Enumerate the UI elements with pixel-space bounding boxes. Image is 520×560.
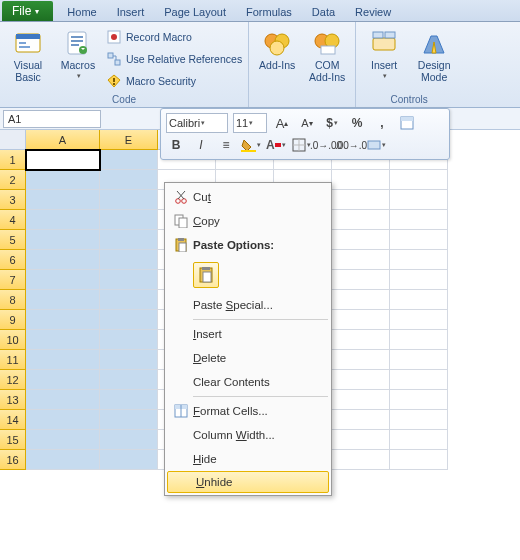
tab-insert[interactable]: Insert bbox=[107, 3, 155, 21]
cell[interactable] bbox=[390, 350, 448, 370]
cell[interactable] bbox=[332, 230, 390, 250]
cell[interactable] bbox=[390, 170, 448, 190]
bold-button[interactable]: B bbox=[166, 135, 186, 155]
visual-basic-button[interactable]: Visual Basic bbox=[6, 25, 50, 83]
cell[interactable] bbox=[332, 430, 390, 450]
font-color-button[interactable]: A▾ bbox=[266, 135, 286, 155]
cell[interactable] bbox=[390, 230, 448, 250]
cell[interactable] bbox=[100, 250, 158, 270]
format-cells-icon-button[interactable] bbox=[397, 113, 417, 133]
cell[interactable] bbox=[390, 450, 448, 470]
cell[interactable] bbox=[26, 430, 100, 450]
menu-paste-option-default[interactable] bbox=[165, 257, 331, 293]
record-macro-button[interactable]: Record Macro bbox=[106, 27, 242, 47]
menu-paste-special[interactable]: Paste Special... bbox=[165, 293, 331, 317]
cell[interactable] bbox=[100, 290, 158, 310]
borders-button[interactable]: ▾ bbox=[291, 135, 311, 155]
cell[interactable] bbox=[26, 350, 100, 370]
cell[interactable] bbox=[26, 290, 100, 310]
cell[interactable] bbox=[26, 230, 100, 250]
row-header-3[interactable]: 3 bbox=[0, 190, 26, 210]
cell[interactable] bbox=[332, 370, 390, 390]
italic-button[interactable]: I bbox=[191, 135, 211, 155]
row-header-15[interactable]: 15 bbox=[0, 430, 26, 450]
cell[interactable] bbox=[26, 410, 100, 430]
cell[interactable] bbox=[332, 250, 390, 270]
cell[interactable] bbox=[26, 270, 100, 290]
menu-copy[interactable]: Copy bbox=[165, 209, 331, 233]
row-header-11[interactable]: 11 bbox=[0, 350, 26, 370]
cell[interactable] bbox=[100, 330, 158, 350]
cell[interactable] bbox=[332, 410, 390, 430]
column-header-E[interactable]: E bbox=[100, 130, 158, 150]
row-header-4[interactable]: 4 bbox=[0, 210, 26, 230]
cell[interactable] bbox=[100, 410, 158, 430]
cell[interactable] bbox=[390, 210, 448, 230]
macros-button[interactable]: Macros ▾ bbox=[56, 25, 100, 80]
cell[interactable] bbox=[390, 290, 448, 310]
cell[interactable] bbox=[100, 150, 158, 170]
font-family-select[interactable]: Calibri▾ bbox=[166, 113, 228, 133]
cell[interactable] bbox=[390, 390, 448, 410]
menu-hide[interactable]: Hide bbox=[165, 447, 331, 471]
row-header-6[interactable]: 6 bbox=[0, 250, 26, 270]
tab-home[interactable]: Home bbox=[57, 3, 106, 21]
cell[interactable] bbox=[332, 270, 390, 290]
com-addins-button[interactable]: COM Add-Ins bbox=[305, 25, 349, 83]
design-mode-button[interactable]: Design Mode bbox=[412, 25, 456, 83]
cell[interactable] bbox=[332, 170, 390, 190]
cell[interactable] bbox=[100, 390, 158, 410]
cell[interactable] bbox=[100, 210, 158, 230]
addins-button[interactable]: Add-Ins bbox=[255, 25, 299, 72]
accounting-format-button[interactable]: $▾ bbox=[322, 113, 342, 133]
cell[interactable] bbox=[390, 250, 448, 270]
cell[interactable] bbox=[332, 210, 390, 230]
increase-font-button[interactable]: A▴ bbox=[272, 113, 292, 133]
cell[interactable] bbox=[332, 310, 390, 330]
cell[interactable] bbox=[26, 450, 100, 470]
select-all-corner[interactable] bbox=[0, 130, 26, 150]
increase-decimal-button[interactable]: .0→.00 bbox=[316, 135, 336, 155]
cell[interactable] bbox=[26, 390, 100, 410]
cell[interactable] bbox=[100, 190, 158, 210]
fill-color-button[interactable]: ▾ bbox=[241, 135, 261, 155]
cell[interactable] bbox=[390, 370, 448, 390]
cell[interactable] bbox=[390, 190, 448, 210]
cell[interactable] bbox=[100, 430, 158, 450]
merge-button[interactable]: ▾ bbox=[366, 135, 386, 155]
row-header-9[interactable]: 9 bbox=[0, 310, 26, 330]
cell[interactable] bbox=[390, 270, 448, 290]
comma-format-button[interactable]: , bbox=[372, 113, 392, 133]
row-header-2[interactable]: 2 bbox=[0, 170, 26, 190]
cell[interactable] bbox=[332, 450, 390, 470]
cell[interactable] bbox=[390, 430, 448, 450]
cell[interactable] bbox=[332, 290, 390, 310]
cell[interactable] bbox=[100, 310, 158, 330]
row-header-7[interactable]: 7 bbox=[0, 270, 26, 290]
name-box[interactable]: A1 bbox=[3, 110, 101, 128]
decrease-decimal-button[interactable]: .00→.0 bbox=[341, 135, 361, 155]
menu-column-width[interactable]: Column Width... bbox=[165, 423, 331, 447]
decrease-font-button[interactable]: A▾ bbox=[297, 113, 317, 133]
cell[interactable] bbox=[332, 330, 390, 350]
cell[interactable] bbox=[390, 410, 448, 430]
row-header-5[interactable]: 5 bbox=[0, 230, 26, 250]
menu-format-cells[interactable]: Format Cells... bbox=[165, 399, 331, 423]
cell[interactable] bbox=[390, 310, 448, 330]
cell[interactable] bbox=[390, 330, 448, 350]
cell[interactable] bbox=[26, 370, 100, 390]
cell[interactable] bbox=[26, 210, 100, 230]
row-header-13[interactable]: 13 bbox=[0, 390, 26, 410]
tab-review[interactable]: Review bbox=[345, 3, 401, 21]
cell[interactable] bbox=[332, 190, 390, 210]
tab-data[interactable]: Data bbox=[302, 3, 345, 21]
font-size-select[interactable]: 11▾ bbox=[233, 113, 267, 133]
tab-formulas[interactable]: Formulas bbox=[236, 3, 302, 21]
row-header-12[interactable]: 12 bbox=[0, 370, 26, 390]
cell[interactable] bbox=[100, 450, 158, 470]
cell[interactable] bbox=[26, 190, 100, 210]
row-header-8[interactable]: 8 bbox=[0, 290, 26, 310]
row-header-14[interactable]: 14 bbox=[0, 410, 26, 430]
cell[interactable] bbox=[332, 390, 390, 410]
row-header-1[interactable]: 1 bbox=[0, 150, 26, 170]
